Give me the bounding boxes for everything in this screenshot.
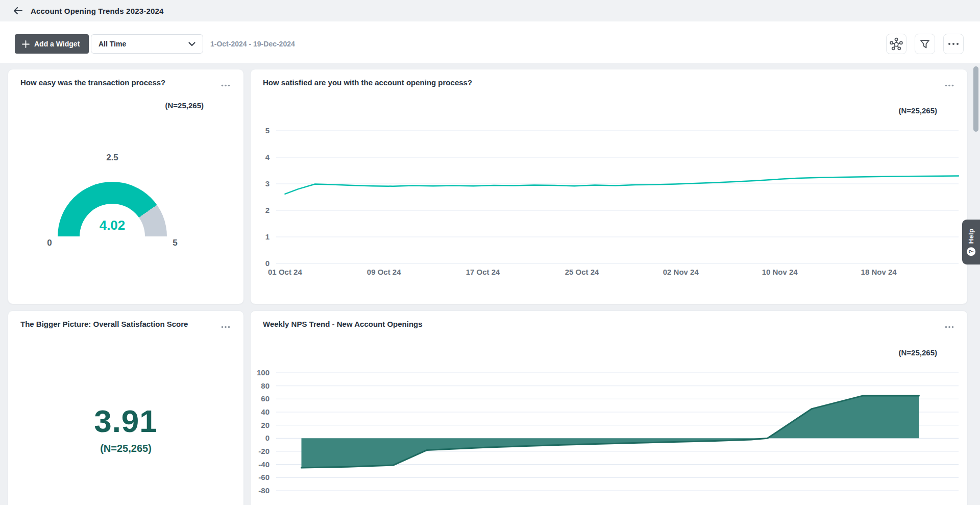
svg-text:-60: -60 [258, 473, 270, 482]
svg-text:01 Oct 24: 01 Oct 24 [268, 268, 302, 276]
svg-text:-40: -40 [258, 460, 270, 469]
page-title: Account Opening Trends 2023-2024 [31, 7, 164, 15]
time-filter-dropdown[interactable]: All Time [91, 34, 203, 54]
overall-score-value: 3.91 [8, 403, 243, 439]
svg-text:02 Nov 24: 02 Nov 24 [663, 268, 699, 276]
satisfaction-line-chart: 54321001 Oct 2409 Oct 2417 Oct 2425 Oct … [251, 69, 968, 305]
gauge-mid-tick-label: 2.5 [58, 153, 167, 163]
toolbar: Add a Widget All Time 1-Oct-2024 - 19-De… [0, 21, 980, 63]
svg-text:-80: -80 [258, 486, 270, 495]
svg-text:-20: -20 [258, 447, 270, 455]
gauge-chart: 4.02 2.5 0 5 [58, 182, 167, 236]
gauge-value: 4.02 [58, 218, 167, 233]
svg-text:0: 0 [265, 259, 270, 268]
svg-text:09 Oct 24: 09 Oct 24 [367, 268, 401, 276]
chevron-down-icon [188, 42, 195, 46]
more-button[interactable] [943, 34, 964, 54]
arrow-left-icon [13, 7, 23, 14]
widget-card-satisfaction-trend: How satisfied are you with the account o… [250, 69, 968, 304]
widget-menu-button[interactable] [219, 79, 232, 90]
svg-text:25 Oct 24: 25 Oct 24 [565, 268, 599, 276]
svg-text:60: 60 [261, 394, 270, 403]
back-button[interactable] [11, 4, 24, 17]
gauge-arc: 4.02 [58, 182, 167, 236]
svg-text:17 Oct 24: 17 Oct 24 [466, 268, 500, 276]
svg-text:80: 80 [261, 381, 270, 390]
svg-text:10 Nov 24: 10 Nov 24 [762, 268, 798, 276]
toolbar-actions [886, 34, 964, 54]
svg-text:40: 40 [261, 407, 270, 416]
svg-text:100: 100 [257, 368, 270, 377]
more-icon [948, 42, 959, 45]
svg-text:2: 2 [265, 206, 270, 214]
widget-title: How easy was the transaction process? [20, 78, 165, 87]
filter-button[interactable] [915, 34, 935, 54]
widget-card-overall-score: The Bigger Picture: Overall Satisfaction… [8, 310, 244, 505]
svg-text:4: 4 [265, 153, 270, 161]
help-icon: ? [967, 247, 975, 256]
svg-text:0: 0 [265, 434, 270, 442]
plus-icon [22, 40, 30, 48]
svg-text:3: 3 [265, 179, 270, 188]
help-label: Help [967, 228, 975, 243]
widget-card-weekly-nps: Weekly NPS Trend - New Account Openings … [250, 310, 968, 505]
svg-text:1: 1 [265, 232, 270, 241]
time-filter-value: All Time [99, 40, 188, 48]
nps-area-chart: 100806040200-20-40-60-80 [251, 311, 968, 505]
analyze-button[interactable] [886, 34, 906, 54]
scrollbar-thumb[interactable] [973, 66, 978, 132]
more-icon [221, 326, 230, 328]
help-tab[interactable]: ? Help [962, 220, 980, 264]
svg-text:5: 5 [265, 126, 270, 135]
more-icon [221, 84, 230, 87]
gauge-min-label: 0 [41, 238, 58, 248]
date-range-label: 1-Oct-2024 - 19-Dec-2024 [210, 40, 295, 48]
widget-title: The Bigger Picture: Overall Satisfaction… [20, 320, 188, 328]
n-count-label: (N=25,265) [8, 443, 243, 454]
widget-card-transaction-ease: How easy was the transaction process? (N… [8, 69, 244, 304]
widget-menu-button[interactable] [219, 320, 232, 332]
n-count-label: (N=25,265) [165, 101, 204, 110]
svg-text:18 Nov 24: 18 Nov 24 [861, 268, 897, 276]
svg-text:20: 20 [261, 421, 270, 429]
node-graph-icon [889, 37, 903, 51]
add-widget-button[interactable]: Add a Widget [15, 34, 89, 54]
titlebar: Account Opening Trends 2023-2024 [0, 0, 980, 21]
filter-icon [919, 38, 931, 50]
add-widget-label: Add a Widget [34, 40, 80, 48]
gauge-max-label: 5 [167, 238, 183, 248]
